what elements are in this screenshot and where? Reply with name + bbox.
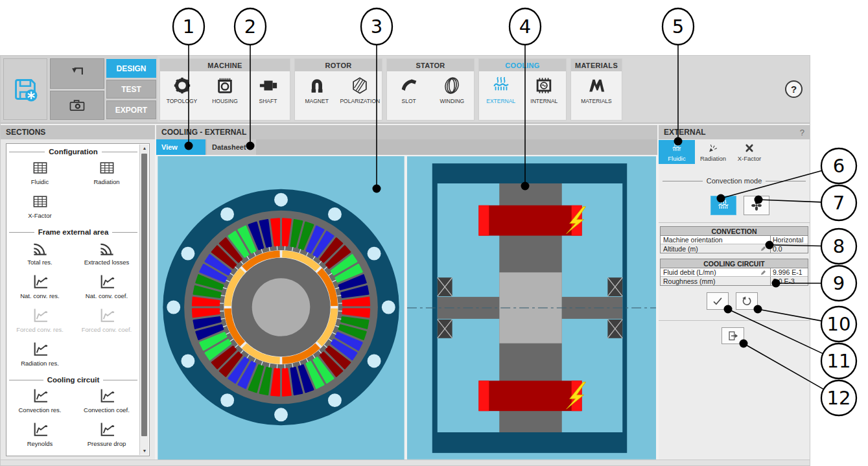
section-item-reynolds[interactable]: Reynolds xyxy=(6,419,73,452)
section-item-convection-res[interactable]: Convection res. xyxy=(6,385,73,419)
section-item-nat-conv-coef[interactable]: Nat. conv. coef. xyxy=(73,271,140,305)
screenshot-button[interactable] xyxy=(50,91,104,120)
section-item-forced-conv-res[interactable]: Forced conv. res. xyxy=(6,305,73,338)
toolbar-item-external[interactable]: EXTERNAL xyxy=(480,76,522,104)
forced-convection-mode-button[interactable] xyxy=(744,196,769,215)
help-icon[interactable]: ? xyxy=(785,80,803,98)
table-row: Roughness (mm) 2.0 E-3 xyxy=(661,277,808,285)
apply-button[interactable] xyxy=(707,292,729,310)
convection-mode-divider: Convection mode xyxy=(663,177,806,185)
svg-text:12: 12 xyxy=(827,387,851,409)
motor-radial-cross-section-view[interactable] xyxy=(158,156,405,460)
toolbar-groups: MACHINE TOPOLOGY HOUSING SHAFT ROTOR MAG… xyxy=(159,58,622,121)
radiation-icon xyxy=(706,143,720,154)
section-item-nat-conv-res[interactable]: Nat. conv. res. xyxy=(6,271,73,305)
toolbar-item-internal[interactable]: INTERNAL xyxy=(522,76,565,104)
toolbar-group-machine: MACHINE TOPOLOGY HOUSING SHAFT xyxy=(159,58,290,121)
motor-axial-cross-section-view[interactable] xyxy=(407,156,656,460)
toolbar-item-magnet[interactable]: MAGNET xyxy=(296,76,338,104)
svg-text:2: 2 xyxy=(244,16,256,38)
toolbar-group-title: MATERIALS xyxy=(571,59,622,71)
section-item-forced-conv-coef[interactable]: Forced conv. coef. xyxy=(73,305,140,338)
toolbar-item-label: SHAFT xyxy=(259,98,277,104)
toolbar-item-materials[interactable]: MATERIALS xyxy=(575,76,618,104)
main-view-title: COOLING - EXTERNAL xyxy=(156,125,657,139)
section-item-convection-coef[interactable]: Convection coef. xyxy=(73,385,140,419)
tab-datasheet[interactable]: Datasheet xyxy=(207,139,256,155)
section-item-label: Fluidic xyxy=(31,178,49,185)
sections-scrollbar[interactable]: ▲ ▼ xyxy=(139,145,148,455)
coolint-icon xyxy=(532,76,556,95)
section-item-fluidic[interactable]: Fluidic xyxy=(6,157,73,191)
toolbar-item-slot[interactable]: SLOT xyxy=(388,76,430,104)
convection-table: CONVECTION Machine orientation Horizonta… xyxy=(660,226,808,253)
toolbar-item-winding[interactable]: WINDING xyxy=(430,76,473,104)
panel-help-icon[interactable]: ? xyxy=(800,128,804,137)
cooling-circuit-table: COOLING CIRCUIT Fluid debit (L/mn) 9.996… xyxy=(660,259,808,286)
toolbar-item-shaft[interactable]: SHAFT xyxy=(247,76,290,104)
scroll-down-arrow[interactable]: ▼ xyxy=(140,447,149,455)
toolbar-item-label: MAGNET xyxy=(305,98,328,104)
section-item-extracted-losses[interactable]: Extracted losses xyxy=(73,237,140,271)
section-item-total-res[interactable]: Total res. xyxy=(6,237,73,271)
section-item-label: Forced conv. res. xyxy=(16,326,64,333)
section-group-frame-external-area: Frame external area xyxy=(9,228,137,236)
toolbar-group-title: MACHINE xyxy=(160,59,290,71)
roughness-value[interactable]: 2.0 E-3 xyxy=(770,277,808,285)
toolbar-item-label: EXTERNAL xyxy=(486,98,515,104)
machine-orientation-value[interactable]: Horizontal xyxy=(770,236,808,244)
svg-text:4: 4 xyxy=(519,16,531,38)
tab-view[interactable]: View xyxy=(156,139,205,155)
arcs-icon xyxy=(30,239,51,257)
tab-radiation[interactable]: Radiation xyxy=(695,140,731,164)
tab-xfactor[interactable]: X-Factor xyxy=(731,140,768,164)
export-document-icon xyxy=(726,330,740,342)
section-item-x-factor[interactable]: X-Factor xyxy=(6,191,73,224)
save-button[interactable] xyxy=(3,58,47,120)
scrollbar-thumb[interactable] xyxy=(141,154,147,436)
winding-icon xyxy=(440,76,464,95)
section-item-radiation-res[interactable]: Radiation res. xyxy=(6,338,73,372)
fluid-debit-value[interactable]: 9.996 E-1 xyxy=(770,268,808,276)
sections-sidebar: SECTIONS Configuration Fluidic Radiation… xyxy=(1,125,155,461)
toolbar-item-housing[interactable]: HOUSING xyxy=(204,76,246,104)
sections-list: Configuration Fluidic Radiation X-Factor… xyxy=(6,144,140,452)
toolbar-item-polarization[interactable]: POLARIZATION xyxy=(338,76,381,104)
table-icon xyxy=(30,159,51,177)
table-row: Fluid debit (L/mn) 9.996 E-1 xyxy=(661,268,808,277)
toolbar-item-label: MATERIALS xyxy=(581,98,612,104)
restore-button[interactable] xyxy=(736,292,758,310)
shaft-icon xyxy=(256,76,281,95)
tab-xfactor-label: X-Factor xyxy=(738,155,761,162)
section-item-label: Nat. conv. coef. xyxy=(86,292,128,299)
chart-icon xyxy=(30,273,51,291)
toolbar-item-label: SLOT xyxy=(402,98,416,104)
export-button[interactable]: EXPORT xyxy=(106,100,156,119)
section-item-label: Pressure drop xyxy=(88,440,126,447)
design-button[interactable]: DESIGN xyxy=(106,59,156,78)
section-item-label: Forced conv. coef. xyxy=(82,326,132,333)
test-button[interactable]: TEST xyxy=(106,80,156,99)
section-item-label: Total res. xyxy=(27,259,53,266)
undo-button[interactable] xyxy=(50,58,104,89)
scroll-up-arrow[interactable]: ▲ xyxy=(140,145,149,152)
export-results-button[interactable] xyxy=(721,327,744,344)
toolbar-group-materials: MATERIALS MATERIALS xyxy=(570,58,622,121)
section-item-pressure-drop[interactable]: Pressure drop xyxy=(73,419,140,452)
chart-icon xyxy=(30,387,51,405)
toolbar-item-label: HOUSING xyxy=(212,98,238,104)
natural-convection-mode-button[interactable] xyxy=(710,196,736,215)
fluid-debit-label: Fluid debit (L/mn) xyxy=(661,268,770,276)
section-item-label: Radiation res. xyxy=(21,360,59,367)
x-factor-icon xyxy=(742,143,757,154)
toolbar-item-topology[interactable]: TOPOLOGY xyxy=(161,76,204,104)
svg-text:11: 11 xyxy=(827,350,851,372)
save-icon xyxy=(12,76,39,103)
help-label: ? xyxy=(791,84,797,95)
tab-fluidic[interactable]: Fluidic xyxy=(659,140,695,164)
altitude-value[interactable]: 0.0 xyxy=(770,244,808,253)
table-icon xyxy=(97,159,117,177)
svg-text:3: 3 xyxy=(371,16,382,38)
section-item-radiation[interactable]: Radiation xyxy=(73,157,140,191)
view-canvas xyxy=(156,155,657,461)
